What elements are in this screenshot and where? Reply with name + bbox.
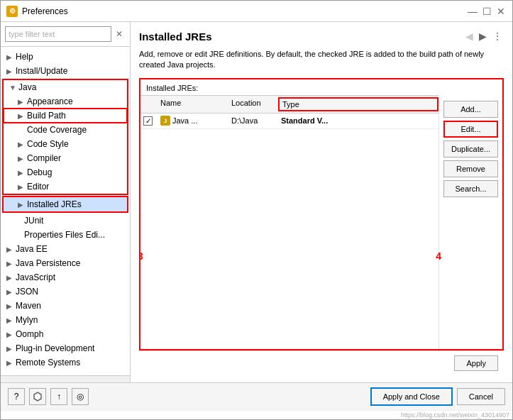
remove-button[interactable]: Remove — [443, 160, 498, 177]
jre-section-label: Installed JREs: — [140, 79, 502, 95]
checkbox-icon: ✓ — [143, 116, 153, 126]
col-header-location: Location — [228, 97, 278, 111]
expand-icon: ▶ — [6, 245, 13, 253]
annotation-3: 3 — [139, 250, 143, 262]
row-checkbox[interactable]: ✓ — [140, 114, 158, 127]
expand-icon: ▶ — [6, 288, 13, 296]
apply-button[interactable]: Apply — [454, 355, 498, 371]
sidebar-item-label: Compiler — [27, 153, 61, 163]
sidebar-item-label: Installed JREs — [27, 199, 82, 209]
table-body: ✓ J Java ... D:\Java Standard V... — [140, 114, 438, 349]
expand-icon: ▶ — [6, 274, 13, 282]
up-icon-button[interactable]: ↑ — [50, 388, 67, 405]
sidebar-item-properties-files[interactable]: ▶ Properties Files Edi... — [1, 228, 130, 242]
sidebar-item-java[interactable]: ▼ Java — [4, 80, 127, 94]
page-title: Installed JREs — [139, 31, 212, 43]
page-description: Add, remove or edit JRE definitions. By … — [139, 49, 504, 71]
hexagon-icon — [33, 392, 43, 402]
export-icon-button[interactable] — [29, 388, 46, 405]
sidebar-item-plugin-development[interactable]: ▶ Plug-in Development — [1, 341, 130, 355]
sidebar-item-label: Appearance — [27, 96, 73, 106]
footer: ? ↑ ◎ Apply and Close Cancel — [1, 382, 512, 410]
col-header-check — [140, 97, 158, 111]
sidebar-item-label: JUnit — [24, 216, 43, 226]
sidebar-item-compiler[interactable]: ▶ Compiler — [4, 151, 127, 165]
expand-icon: ▶ — [18, 169, 25, 177]
table-row[interactable]: ✓ J Java ... D:\Java Standard V... — [140, 114, 438, 129]
back-button[interactable]: ◀ — [464, 29, 475, 43]
duplicate-button[interactable]: Duplicate... — [443, 140, 498, 158]
sidebar-item-code-coverage[interactable]: ▶ Code Coverage — [4, 123, 127, 137]
sidebar-item-maven[interactable]: ▶ Maven — [1, 299, 130, 313]
sidebar-item-install-update[interactable]: ▶ Install/Update — [1, 64, 130, 78]
sidebar-item-label: Plug-in Development — [16, 343, 94, 353]
window-title: Preferences — [22, 6, 68, 16]
expand-icon: ▶ — [6, 53, 13, 61]
main-header: Installed JREs ◀ ▶ ⋮ — [139, 29, 504, 43]
search-box: ✕ — [1, 22, 130, 47]
expand-icon: ▶ — [6, 67, 13, 75]
edit-button[interactable]: Edit... — [443, 121, 498, 138]
expand-icon: ▶ — [18, 155, 25, 162]
sidebar-item-label: Editor — [27, 182, 49, 192]
col-header-type: Type — [278, 97, 438, 111]
sidebar-item-build-path[interactable]: ▶ Build Path — [4, 109, 127, 123]
expand-icon: ▶ — [6, 331, 13, 338]
settings-icon-button[interactable]: ◎ — [72, 388, 89, 405]
sidebar-item-label: Mylyn — [16, 315, 38, 325]
row-type: Standard V... — [278, 115, 438, 126]
expand-icon: ▶ — [18, 140, 25, 148]
sidebar-item-help[interactable]: ▶ Help — [1, 50, 130, 64]
apply-close-button[interactable]: Apply and Close — [370, 387, 453, 406]
footer-icons: ? ↑ ◎ — [8, 388, 89, 405]
sidebar-item-javascript[interactable]: ▶ JavaScript — [1, 270, 130, 284]
sidebar-item-label: Maven — [16, 301, 41, 311]
sidebar-item-java-ee[interactable]: ▶ Java EE — [1, 242, 130, 256]
sidebar-item-oomph[interactable]: ▶ Oomph — [1, 327, 130, 341]
svg-marker-0 — [34, 392, 41, 401]
preferences-window: ⚙ Preferences — ☐ ✕ ✕ ▶ Help — [0, 0, 513, 420]
expand-icon: ▶ — [6, 316, 13, 324]
expand-icon: ▶ — [6, 260, 13, 267]
jre-name-text: Java ... — [172, 116, 197, 125]
sidebar-item-label: Debug — [27, 167, 52, 177]
sidebar-item-remote-systems[interactable]: ▶ Remote Systems — [1, 355, 130, 370]
jre-table: Name Location Type ✓ J — [140, 95, 438, 349]
sidebar-item-label: Java EE — [16, 244, 48, 254]
sidebar-item-label: JavaScript — [16, 272, 55, 282]
col-header-name: Name — [158, 97, 228, 111]
forward-button[interactable]: ▶ — [478, 29, 488, 43]
sidebar-item-appearance[interactable]: ▶ Appearance — [4, 94, 127, 109]
side-buttons: Add... Edit... Duplicate... Remove Searc… — [438, 95, 502, 349]
search-input[interactable] — [5, 26, 111, 42]
cancel-button[interactable]: Cancel — [457, 388, 505, 405]
sidebar-item-code-style[interactable]: ▶ Code Style — [4, 137, 127, 151]
main-content: ✕ ▶ Help ▶ Install/Update 1 ▼ — [1, 22, 512, 382]
table-header: Name Location Type — [140, 95, 438, 114]
sidebar-item-editor[interactable]: ▶ Editor — [4, 179, 127, 194]
jre-panel-inner: Name Location Type ✓ J — [140, 95, 502, 349]
sidebar-item-label: Code Coverage — [27, 125, 87, 135]
minimize-button[interactable]: — — [467, 6, 478, 17]
sidebar-item-java-persistence[interactable]: ▶ Java Persistence — [1, 256, 130, 270]
add-button[interactable]: Add... — [443, 101, 498, 118]
help-icon-button[interactable]: ? — [8, 388, 25, 405]
sidebar-item-label: Build Path — [27, 111, 66, 121]
sidebar-item-junit[interactable]: ▶ JUnit — [1, 214, 130, 228]
window-controls: — ☐ ✕ — [467, 6, 507, 17]
horizontal-scrollbar[interactable] — [1, 375, 130, 382]
close-button[interactable]: ✕ — [495, 6, 507, 17]
sidebar-item-json[interactable]: ▶ JSON — [1, 284, 130, 299]
sidebar-item-label: Java Persistence — [16, 258, 80, 268]
sidebar-item-debug[interactable]: ▶ Debug — [4, 165, 127, 179]
sidebar-item-mylyn[interactable]: ▶ Mylyn — [1, 313, 130, 327]
sidebar-item-installed-jres[interactable]: ▶ Installed JREs — [4, 197, 127, 211]
annotation-4: 4 — [436, 250, 441, 262]
search-clear-button[interactable]: ✕ — [113, 28, 126, 40]
expand-icon: ▶ — [6, 345, 13, 353]
maximize-button[interactable]: ☐ — [481, 6, 492, 17]
search-button[interactable]: Search... — [443, 180, 498, 197]
nav-menu-button[interactable]: ⋮ — [491, 29, 504, 43]
sidebar-item-label: JSON — [16, 287, 38, 297]
sidebar-item-label: Help — [16, 52, 33, 62]
